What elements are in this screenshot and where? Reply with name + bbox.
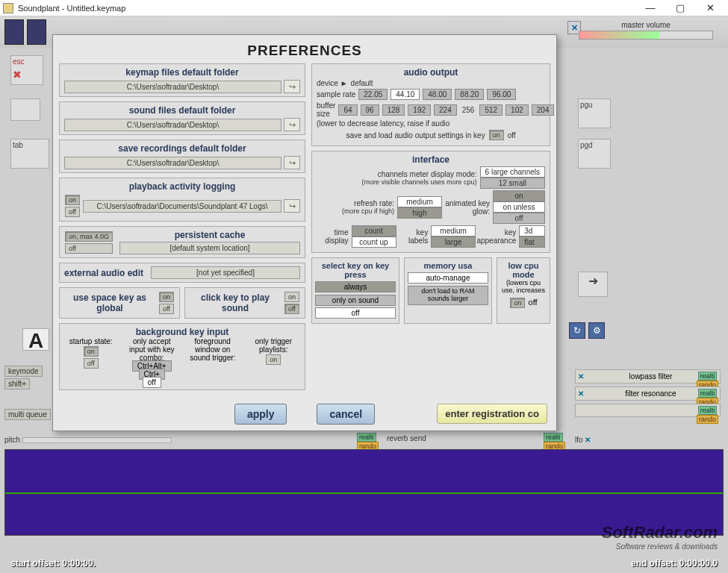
key-arrow[interactable]: ➜ xyxy=(578,272,608,297)
bg-startup-off[interactable]: off xyxy=(84,358,99,369)
buf-512[interactable]: 512 xyxy=(479,104,503,116)
lowcpu-panel: low cpu mode (lowers cpu use, increases … xyxy=(497,257,550,324)
apply-button[interactable]: apply xyxy=(234,404,287,425)
pitch-slider[interactable] xyxy=(22,437,172,443)
minimize-button[interactable]: — xyxy=(635,1,665,16)
maximize-button[interactable]: ▢ xyxy=(665,1,695,16)
kl-large[interactable]: large xyxy=(431,237,476,248)
space-key-panel: use space key as global onoff xyxy=(59,287,180,319)
keymode-label[interactable]: keymode xyxy=(4,366,43,377)
cache-on[interactable]: on, max 4.0G xyxy=(65,231,113,242)
big-a: A xyxy=(22,328,49,351)
realti-chip-2[interactable]: realti xyxy=(544,433,563,442)
resonance-row[interactable]: ✕ filter resonance realtirando xyxy=(575,386,721,401)
buf-2048[interactable]: 204 xyxy=(532,104,555,116)
toolbar-btn-2[interactable] xyxy=(27,19,46,45)
toolbar-btn-1[interactable] xyxy=(4,19,24,45)
sr-96[interactable]: 96.00 xyxy=(487,89,516,100)
logging-off[interactable]: off xyxy=(65,207,80,217)
ka-3d[interactable]: 3d xyxy=(519,225,545,237)
shift-label[interactable]: shift+ xyxy=(4,378,30,389)
filter-row-3[interactable]: realtirando xyxy=(575,404,721,417)
click-on[interactable]: on xyxy=(284,292,299,302)
master-volume[interactable]: master volume xyxy=(579,21,713,40)
channels-6large[interactable]: 6 large channels xyxy=(480,166,545,178)
mem-dont[interactable]: don't load to RAM sounds larger xyxy=(408,286,488,305)
sound-browse-icon[interactable]: ↪ xyxy=(284,118,300,131)
recordings-folder-path[interactable]: C:\Users\softradar\Desktop\ xyxy=(64,157,281,169)
external-edit-value[interactable]: [not yet specified] xyxy=(151,266,300,279)
register-button[interactable]: enter registration co xyxy=(437,404,547,424)
buf-128[interactable]: 128 xyxy=(382,104,405,116)
logging-path[interactable]: C:\Users\softradar\Documents\Soundplant … xyxy=(83,200,281,213)
master-volume-bar[interactable] xyxy=(579,31,713,40)
ka-flat[interactable]: flat xyxy=(519,237,545,248)
buf-192[interactable]: 192 xyxy=(408,104,431,116)
time-count[interactable]: count xyxy=(352,225,396,237)
space-on[interactable]: on xyxy=(159,292,174,302)
settings-icon[interactable]: ⚙ xyxy=(588,322,605,339)
filter-panel: ✕ lowpass filter realtirando ✕ filter re… xyxy=(575,369,721,420)
refresh-icon[interactable]: ↻ xyxy=(569,322,585,339)
logging-browse-icon[interactable]: ↪ xyxy=(284,199,300,213)
glow-unless[interactable]: on unless xyxy=(493,201,545,213)
buf-256[interactable]: 256 xyxy=(460,106,477,114)
selectkey-always[interactable]: always xyxy=(315,281,396,292)
keymap-browse-icon[interactable]: ↪ xyxy=(284,80,300,93)
realti-chip-1[interactable]: realti xyxy=(357,433,376,442)
kl-med[interactable]: medium xyxy=(431,225,476,237)
refresh-label: refresh rate: xyxy=(317,199,394,207)
sr-48[interactable]: 48.00 xyxy=(423,89,452,100)
close-button[interactable]: ✕ xyxy=(695,1,725,16)
save-audio-label: save and load audio output settings in k… xyxy=(346,131,485,140)
click-key-title: click key to play sound xyxy=(190,292,281,313)
keymap-folder-path[interactable]: C:\Users\softradar\Desktop\ xyxy=(64,81,281,93)
sr-22[interactable]: 22.05 xyxy=(358,89,388,100)
key-pgu[interactable]: pgu xyxy=(578,98,611,128)
refresh-high[interactable]: high xyxy=(397,207,442,219)
cache-off[interactable]: off xyxy=(65,243,113,254)
selectkey-off[interactable]: off xyxy=(315,307,396,319)
background-input-panel: background key input startup state: on o… xyxy=(59,323,305,390)
start-offset: start offset: 0:00:00. xyxy=(10,558,96,569)
buf-64[interactable]: 64 xyxy=(338,104,357,116)
cancel-button[interactable]: cancel xyxy=(317,404,375,425)
space-off[interactable]: off xyxy=(159,304,174,314)
key-pgd[interactable]: pgd xyxy=(578,139,611,169)
bg-combo-off[interactable]: off xyxy=(143,377,161,388)
buf-96[interactable]: 96 xyxy=(361,104,379,116)
device-value[interactable]: default xyxy=(351,79,373,87)
bg-startup-on[interactable]: on xyxy=(84,346,99,357)
buf-1024[interactable]: 102 xyxy=(505,104,529,116)
glow-off[interactable]: off xyxy=(493,213,545,224)
logging-on[interactable]: on xyxy=(65,195,80,205)
lowpass-row[interactable]: ✕ lowpass filter realtirando xyxy=(575,369,721,383)
cache-location[interactable]: [default system location] xyxy=(119,242,300,254)
sr-88[interactable]: 88.20 xyxy=(455,89,484,100)
channels-label: channels meter display mode: xyxy=(317,170,477,178)
offsets-row: start offset: 0:00:00. end offset: 0:00:… xyxy=(10,558,718,569)
sound-folder-path[interactable]: C:\Users\softradar\Desktop\ xyxy=(64,119,281,131)
refresh-med[interactable]: medium xyxy=(397,196,442,207)
save-audio-on[interactable]: on xyxy=(489,130,504,140)
click-off[interactable]: off xyxy=(284,304,299,314)
sr-44[interactable]: 44.10 xyxy=(391,89,420,100)
multiqueue-label[interactable]: multi queue xyxy=(4,409,51,420)
key-tab[interactable]: tab xyxy=(10,139,49,169)
mem-auto[interactable]: auto-manage xyxy=(408,272,488,284)
key-esc[interactable]: esc✖ xyxy=(10,55,43,85)
key-blank1[interactable] xyxy=(10,98,40,121)
save-audio-off[interactable]: off xyxy=(508,131,516,140)
bg-trigger-on[interactable]: on xyxy=(266,354,281,365)
lowcpu-off[interactable]: off xyxy=(529,298,538,307)
bg-startup-label: startup state: xyxy=(64,337,118,345)
sound-folder-panel: sound files default folder C:\Users\soft… xyxy=(59,101,305,135)
channels-12small[interactable]: 12 small xyxy=(480,178,545,189)
buf-224[interactable]: 224 xyxy=(434,104,457,116)
recordings-folder-panel: save recordings default folder C:\Users\… xyxy=(59,140,305,173)
selectkey-onlysound[interactable]: only on sound xyxy=(315,295,396,306)
glow-on[interactable]: on xyxy=(493,190,545,201)
recordings-browse-icon[interactable]: ↪ xyxy=(284,156,300,169)
lowcpu-on[interactable]: on xyxy=(510,298,525,308)
time-countup[interactable]: count up xyxy=(352,237,396,248)
